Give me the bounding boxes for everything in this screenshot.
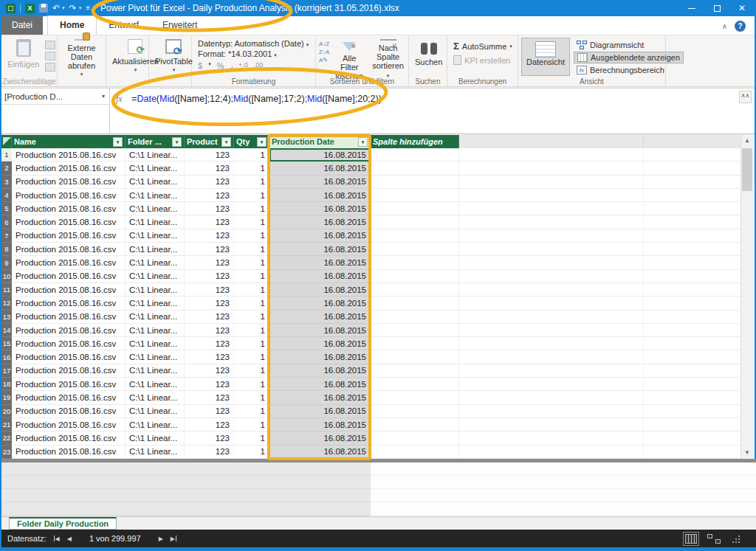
cell-qty[interactable]: 1 — [234, 283, 269, 297]
cell-product[interactable]: 123 — [185, 418, 234, 432]
row-number[interactable]: 19 — [1, 391, 12, 404]
column-header-name[interactable]: Name ▾ — [12, 135, 126, 148]
datatype-dropdown[interactable]: Datentyp: Automatisch (Date) ▾ — [198, 39, 309, 48]
cell-add-column[interactable] — [371, 446, 459, 459]
cell-add-column[interactable] — [371, 405, 459, 418]
cell-production-date[interactable]: 16.08.2015 — [269, 176, 371, 189]
cell-empty[interactable] — [459, 446, 644, 459]
row-number[interactable]: 16 — [1, 350, 12, 364]
cell-name[interactable]: Production 2015.08.16.csv — [12, 337, 126, 350]
cell-production-date[interactable]: 16.08.2015 — [269, 432, 371, 445]
row-number[interactable]: 2 — [1, 162, 12, 175]
cell-empty[interactable] — [459, 364, 644, 378]
cell-qty[interactable]: 1 — [234, 311, 269, 324]
cell-production-date[interactable]: 16.08.2015 — [269, 215, 371, 229]
cell-add-column[interactable] — [371, 243, 459, 256]
cell-production-date[interactable]: 16.08.2015 — [269, 189, 371, 202]
cell-qty[interactable]: 1 — [234, 324, 269, 337]
scrollbar-thumb[interactable] — [742, 148, 752, 191]
paste-button[interactable]: Einfügen — [4, 38, 42, 76]
cell-name[interactable]: Production 2015.08.16.csv — [12, 446, 126, 459]
cell-qty[interactable]: 1 — [234, 297, 269, 310]
cell-production-date[interactable]: 16.08.2015 — [269, 418, 371, 432]
first-record-icon[interactable]: ◀ — [54, 536, 60, 542]
cell-qty[interactable]: 1 — [234, 391, 269, 404]
cell-product[interactable]: 123 — [185, 337, 234, 350]
row-number[interactable]: 10 — [1, 270, 12, 283]
cell-empty[interactable] — [644, 405, 743, 418]
cell-production-date[interactable]: 16.08.2015 — [269, 391, 371, 404]
cell-empty[interactable] — [459, 378, 644, 391]
cell-name[interactable]: Production 2015.08.16.csv — [12, 378, 126, 391]
row-number[interactable]: 1 — [1, 148, 12, 162]
cell-folder[interactable]: C:\1 Linear... — [126, 405, 185, 418]
cell-qty[interactable]: 1 — [234, 432, 269, 445]
cell-empty[interactable] — [459, 162, 644, 175]
cell-folder[interactable]: C:\1 Linear... — [126, 337, 185, 350]
sort-az-icon[interactable]: A↓Z — [319, 41, 329, 47]
cell-add-column[interactable] — [371, 311, 459, 324]
save-icon[interactable] — [39, 4, 48, 13]
cell-production-date[interactable]: 16.08.2015 — [269, 350, 371, 364]
cell-product[interactable]: 123 — [185, 243, 234, 256]
cell-product[interactable]: 123 — [185, 162, 234, 175]
cell-add-column[interactable] — [371, 418, 459, 432]
undo-icon[interactable]: ↶ — [52, 4, 60, 13]
cell-add-column[interactable] — [371, 283, 459, 297]
sheet-tab-folder-daily-production[interactable]: Folder Daily Production — [9, 517, 117, 530]
cell-empty[interactable] — [459, 215, 644, 229]
cell-empty[interactable] — [459, 337, 644, 350]
filter-icon[interactable]: ▾ — [113, 137, 123, 147]
cell-add-column[interactable] — [371, 162, 459, 175]
cell-empty[interactable] — [644, 432, 743, 445]
cell-name[interactable]: Production 2015.08.16.csv — [12, 202, 126, 215]
cell-empty[interactable] — [459, 176, 644, 189]
cell-add-column[interactable] — [371, 189, 459, 202]
cell-empty[interactable] — [459, 391, 644, 404]
cell-name[interactable]: Production 2015.08.16.csv — [12, 148, 126, 162]
clear-sort-icon[interactable]: A✎ — [319, 57, 329, 63]
cell-name[interactable]: Production 2015.08.16.csv — [12, 256, 126, 269]
cell-empty[interactable] — [644, 297, 743, 310]
cell-qty[interactable]: 1 — [234, 176, 269, 189]
row-number[interactable]: 11 — [1, 283, 12, 297]
cell-product[interactable]: 123 — [185, 148, 234, 162]
cell-add-column[interactable] — [371, 176, 459, 189]
cell-product[interactable]: 123 — [185, 189, 234, 202]
cell-qty[interactable]: 1 — [234, 148, 269, 162]
row-number[interactable]: 22 — [1, 432, 12, 445]
get-external-data-button[interactable]: Externe Daten abrufen ▾ — [61, 38, 103, 76]
cell-production-date[interactable]: 16.08.2015 — [269, 202, 371, 215]
pivottable-button[interactable]: PivotTable ▾ — [152, 38, 196, 76]
row-number[interactable]: 6 — [1, 215, 12, 229]
cell-folder[interactable]: C:\1 Linear... — [126, 350, 185, 364]
cell-qty[interactable]: 1 — [234, 418, 269, 432]
cell-add-column[interactable] — [371, 297, 459, 310]
cell-folder[interactable]: C:\1 Linear... — [126, 446, 185, 459]
cell-qty[interactable]: 1 — [234, 364, 269, 378]
clear-all-filters-button[interactable]: Alle Filter löschen — [332, 38, 366, 76]
name-box[interactable]: [Production D... ▾ — [1, 89, 109, 105]
cell-product[interactable]: 123 — [185, 297, 234, 310]
cell-folder[interactable]: C:\1 Linear... — [126, 243, 185, 256]
cell-production-date[interactable]: 16.08.2015 — [269, 270, 371, 283]
row-number[interactable]: 18 — [1, 378, 12, 391]
row-number[interactable]: 7 — [1, 229, 12, 243]
cell-name[interactable]: Production 2015.08.16.csv — [12, 432, 126, 445]
cell-product[interactable]: 123 — [185, 405, 234, 418]
cell-empty[interactable] — [459, 405, 644, 418]
cell-empty[interactable] — [459, 270, 644, 283]
cell-empty[interactable] — [644, 189, 743, 202]
minimize-button[interactable] — [679, 0, 704, 16]
cell-folder[interactable]: C:\1 Linear... — [126, 297, 185, 310]
cell-product[interactable]: 123 — [185, 202, 234, 215]
cell-name[interactable]: Production 2015.08.16.csv — [12, 176, 126, 189]
cell-qty[interactable]: 1 — [234, 243, 269, 256]
autosum-button[interactable]: Σ AutoSumme ▾ — [453, 41, 512, 52]
cell-name[interactable]: Production 2015.08.16.csv — [12, 418, 126, 432]
cell-empty[interactable] — [644, 270, 743, 283]
row-number[interactable]: 9 — [1, 256, 12, 269]
cell-name[interactable]: Production 2015.08.16.csv — [12, 229, 126, 243]
cell-empty[interactable] — [644, 176, 743, 189]
cell-add-column[interactable] — [371, 270, 459, 283]
